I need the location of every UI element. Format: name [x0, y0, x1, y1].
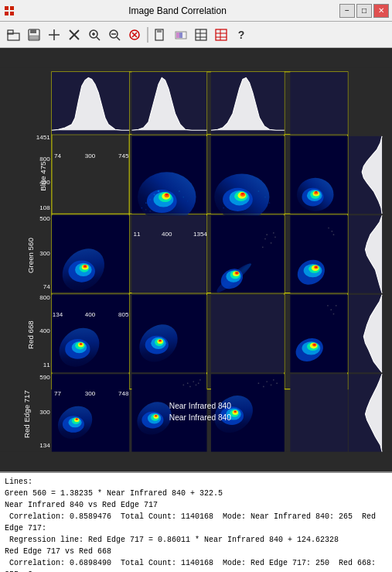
svg-point-84 — [269, 202, 271, 204]
svg-point-59 — [165, 194, 168, 196]
main-content: Blue 475 1451 800 400 108 Green 560 500 … — [0, 48, 392, 572]
svg-point-70 — [145, 209, 146, 210]
delete-button[interactable] — [65, 26, 84, 44]
svg-point-62 — [145, 202, 147, 204]
zoom-out-button[interactable] — [105, 26, 124, 44]
svg-text:1354: 1354 — [193, 231, 207, 238]
svg-point-165 — [159, 340, 161, 341]
export-button[interactable] — [212, 26, 230, 44]
svg-text:400: 400 — [39, 179, 50, 186]
text-output[interactable]: Lines: Green 560 = 1.38235 * Near Infrar… — [0, 471, 392, 572]
svg-text:11: 11 — [43, 361, 50, 368]
svg-point-63 — [149, 199, 151, 200]
svg-point-177 — [193, 381, 194, 382]
svg-point-83 — [264, 197, 266, 198]
svg-rect-111 — [290, 215, 347, 293]
x-label-nir2: Near Infrared 840 — [169, 413, 232, 422]
svg-point-132 — [336, 305, 337, 307]
title-bar-left — [3, 5, 15, 17]
svg-point-120 — [333, 234, 335, 235]
svg-line-18 — [117, 37, 120, 40]
svg-point-157 — [76, 419, 77, 420]
help-button[interactable]: ? — [232, 26, 251, 44]
svg-point-173 — [155, 415, 157, 416]
svg-point-180 — [199, 379, 201, 381]
svg-point-174 — [182, 384, 184, 385]
svg-point-105 — [266, 234, 268, 235]
svg-text:300: 300 — [85, 152, 96, 159]
output-line-5: Regression line: Red Edge 717 = 0.86011 … — [5, 534, 387, 546]
output-line-6: Red Edge 717 vs Red 668 — [5, 546, 387, 557]
minimize-button[interactable]: − — [339, 4, 355, 18]
open-button[interactable] — [5, 26, 23, 44]
svg-text:800: 800 — [39, 156, 50, 163]
svg-rect-0 — [5, 6, 9, 10]
svg-text:590: 590 — [39, 374, 50, 381]
disk-button[interactable] — [25, 26, 43, 44]
svg-point-119 — [331, 231, 332, 232]
svg-point-107 — [271, 242, 272, 244]
app-icon — [3, 5, 15, 17]
svg-point-175 — [187, 382, 189, 384]
svg-point-178 — [196, 384, 197, 385]
svg-point-67 — [182, 197, 184, 198]
svg-text:11: 11 — [133, 231, 140, 238]
svg-point-128 — [313, 344, 315, 345]
output-line-2: Green 560 = 1.38235 * Near Infrared 840 … — [5, 488, 387, 499]
svg-rect-47 — [290, 72, 347, 135]
svg-rect-122 — [290, 295, 347, 372]
svg-point-188 — [234, 411, 236, 413]
svg-rect-24 — [157, 29, 162, 33]
y-label-blue: Blue 475 — [39, 162, 47, 191]
svg-point-194 — [276, 382, 278, 384]
svg-text:748: 748 — [118, 390, 129, 397]
svg-point-82 — [258, 190, 260, 192]
svg-point-81 — [227, 202, 229, 204]
svg-line-14 — [97, 37, 100, 40]
edit-button[interactable] — [152, 26, 170, 44]
svg-point-192 — [271, 384, 272, 385]
svg-rect-2 — [10, 6, 14, 10]
output-line-3: Near Infrared 840 vs Red Edge 717 — [5, 499, 387, 511]
svg-point-117 — [315, 266, 318, 268]
svg-text:134: 134 — [39, 442, 50, 449]
zoom-in-button[interactable] — [85, 26, 104, 44]
svg-point-149 — [80, 344, 82, 345]
x-label-nir: Near Infrared 840 — [169, 402, 232, 410]
help-icon: ? — [238, 29, 245, 41]
svg-rect-28 — [196, 29, 206, 40]
svg-point-80 — [223, 207, 224, 209]
svg-text:300: 300 — [39, 250, 50, 257]
window-controls: − □ ✕ — [339, 4, 389, 18]
svg-text:500: 500 — [39, 215, 50, 222]
close-button[interactable]: ✕ — [373, 4, 389, 18]
svg-point-129 — [327, 305, 329, 307]
svg-point-66 — [179, 190, 180, 192]
svg-point-68 — [187, 200, 189, 202]
svg-point-118 — [328, 228, 329, 229]
svg-text:400: 400 — [39, 327, 50, 334]
title-bar: Image Band Correlation − □ ✕ — [0, 0, 392, 22]
chart-area[interactable]: Blue 475 1451 800 400 108 Green 560 500 … — [0, 48, 392, 471]
svg-point-79 — [241, 193, 244, 195]
svg-text:77: 77 — [54, 390, 61, 397]
color-button[interactable] — [172, 26, 190, 44]
svg-rect-121 — [211, 295, 285, 372]
svg-point-191 — [266, 381, 268, 382]
svg-text:74: 74 — [43, 283, 50, 290]
table-button[interactable] — [192, 26, 210, 44]
svg-rect-133 — [290, 374, 347, 451]
maximize-button[interactable]: □ — [356, 4, 372, 18]
output-line-1: Lines: — [5, 476, 387, 488]
svg-point-141 — [84, 265, 87, 267]
svg-point-65 — [158, 190, 160, 193]
svg-rect-32 — [216, 29, 227, 40]
svg-rect-93 — [131, 215, 206, 293]
svg-point-193 — [273, 379, 274, 381]
reset-button[interactable] — [125, 26, 144, 44]
svg-point-64 — [153, 194, 155, 195]
y-label-green: Green 560 — [26, 238, 35, 273]
crosshair-button[interactable] — [45, 26, 63, 44]
svg-point-109 — [273, 232, 274, 234]
svg-rect-3 — [10, 12, 14, 15]
